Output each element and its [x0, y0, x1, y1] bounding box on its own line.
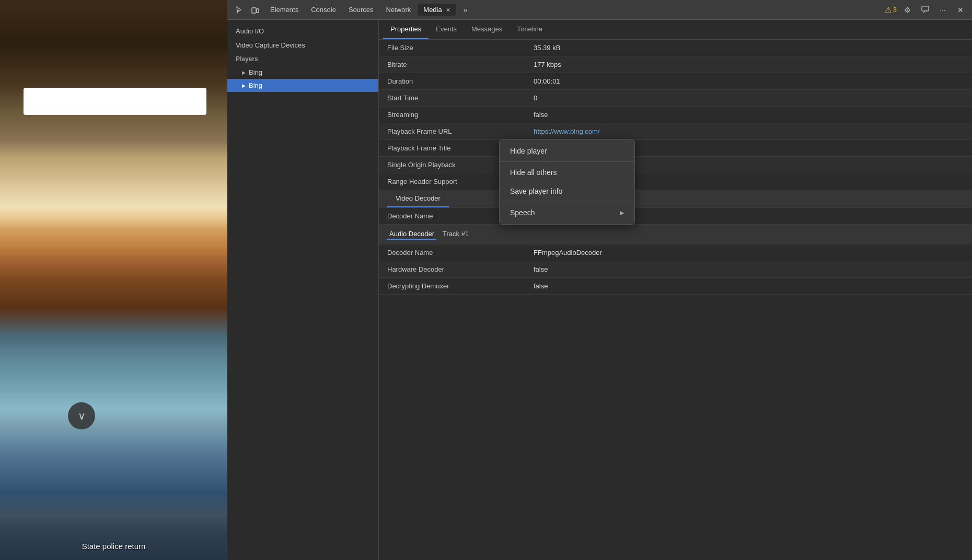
- prop-row-streaming: Streaming false: [379, 107, 972, 123]
- triangle-icon-2: ▶: [242, 83, 246, 88]
- content-tab-properties[interactable]: Properties: [383, 20, 429, 39]
- context-menu-separator-2: [500, 202, 634, 202]
- devtools-body: Audio I/O Video Capture Devices Players …: [227, 20, 972, 560]
- tab-console[interactable]: Console: [306, 4, 341, 16]
- webpage-area: rosoft Bing Images ··· ∨ State police re…: [0, 0, 227, 560]
- prop-row-range-header: Range Header Support true: [379, 173, 972, 190]
- tab-elements[interactable]: Elements: [265, 4, 304, 16]
- prop-row-single-origin: Single Origin Playback true: [379, 157, 972, 173]
- context-menu-save-player-info[interactable]: Save player info: [500, 182, 634, 201]
- prop-key-playback-url: Playback Frame URL: [379, 123, 525, 139]
- context-menu-hide-player[interactable]: Hide player: [500, 142, 634, 160]
- devtools-panel: Elements Console Sources Network Media ✕…: [227, 0, 972, 560]
- more-tabs-icon[interactable]: »: [458, 3, 472, 17]
- prop-key-file-size: File Size: [379, 40, 525, 56]
- prop-key-start-time: Start Time: [379, 90, 525, 106]
- tab-network[interactable]: Network: [381, 4, 416, 16]
- warning-count: 3: [893, 6, 897, 14]
- submenu-arrow-icon: ▶: [620, 209, 624, 216]
- context-menu: Hide player Hide all others Save player …: [499, 139, 635, 225]
- prop-value-playback-url: https://www.bing.com/: [525, 123, 608, 139]
- prop-row-duration: Duration 00:00:01: [379, 73, 972, 90]
- audio-decoder-section-header: Audio Decoder Track #1: [379, 225, 972, 244]
- svg-rect-1: [257, 9, 259, 13]
- prop-value-start-time: 0: [525, 90, 546, 106]
- warning-icon: ⚠: [885, 5, 892, 15]
- properties-table: File Size 35.39 kB Bitrate 177 kbps Dura…: [379, 40, 972, 295]
- prop-row-file-size: File Size 35.39 kB: [379, 40, 972, 56]
- content-tab-messages[interactable]: Messages: [464, 20, 510, 39]
- news-ticker: State police return: [0, 542, 227, 551]
- tab-sources[interactable]: Sources: [343, 4, 379, 16]
- settings-icon[interactable]: ⚙: [900, 3, 915, 17]
- video-decoder-section-header: Video Decoder: [379, 190, 972, 208]
- prop-value-file-size: 35.39 kB: [525, 40, 569, 56]
- sidebar-players-label: Players: [227, 52, 378, 66]
- prop-row-video-decoder-name: Decoder Name No Decoder: [379, 208, 972, 225]
- sidebar-item-video-capture[interactable]: Video Capture Devices: [227, 38, 378, 52]
- devtools-toolbar: Elements Console Sources Network Media ✕…: [227, 0, 972, 20]
- device-toggle-icon[interactable]: [248, 3, 263, 17]
- tab-media-close[interactable]: ✕: [446, 7, 450, 13]
- context-menu-speech[interactable]: Speech ▶: [500, 203, 634, 222]
- prop-row-start-time: Start Time 0: [379, 90, 972, 107]
- scroll-down-button[interactable]: ∨: [68, 402, 95, 429]
- prop-value-hardware-decoder: false: [525, 261, 556, 277]
- feedback-icon[interactable]: [918, 3, 932, 17]
- prop-key-decrypting-demuxer: Decrypting Demuxer: [379, 278, 525, 294]
- prop-key-streaming: Streaming: [379, 107, 525, 123]
- prop-value-audio-decoder-name: FFmpegAudioDecoder: [525, 244, 610, 261]
- prop-row-playback-url: Playback Frame URL https://www.bing.com/: [379, 123, 972, 140]
- prop-key-audio-decoder-name: Decoder Name: [379, 244, 525, 261]
- chevron-down-icon: ∨: [78, 410, 86, 422]
- prop-value-duration: 00:00:01: [525, 73, 569, 89]
- video-decoder-label: Video Decoder: [387, 190, 449, 207]
- toolbar-right: ⚠ 3 ⚙ ··· ✕: [885, 3, 968, 17]
- context-menu-separator-1: [500, 161, 634, 162]
- prop-row-hardware-decoder: Hardware Decoder false: [379, 261, 972, 278]
- prop-row-bitrate: Bitrate 177 kbps: [379, 56, 972, 73]
- sidebar-item-audio-io[interactable]: Audio I/O: [227, 24, 378, 38]
- content-tabs: Properties Events Messages Timeline: [379, 20, 972, 40]
- bing-search-bar[interactable]: [24, 88, 206, 115]
- cursor-icon[interactable]: [232, 3, 246, 17]
- more-options-icon[interactable]: ···: [935, 3, 950, 17]
- prop-key-bitrate: Bitrate: [379, 56, 525, 73]
- audio-decoder-label[interactable]: Audio Decoder: [387, 229, 436, 240]
- content-tab-timeline[interactable]: Timeline: [510, 20, 550, 39]
- sidebar-item-player-1[interactable]: ▶ Bing: [227, 66, 378, 79]
- svg-rect-0: [252, 8, 256, 13]
- context-menu-hide-all-others[interactable]: Hide all others: [500, 163, 634, 182]
- prop-key-duration: Duration: [379, 73, 525, 89]
- audio-decoder-track[interactable]: Track #1: [441, 229, 471, 240]
- sidebar-item-player-2[interactable]: ▶ Bing: [227, 79, 378, 92]
- content-tab-events[interactable]: Events: [429, 20, 464, 39]
- prop-row-audio-decoder-name: Decoder Name FFmpegAudioDecoder: [379, 244, 972, 261]
- close-devtools-icon[interactable]: ✕: [953, 3, 968, 17]
- triangle-icon-1: ▶: [242, 70, 246, 75]
- prop-value-decrypting-demuxer: false: [525, 278, 556, 294]
- prop-value-bitrate: 177 kbps: [525, 56, 570, 73]
- tab-media[interactable]: Media ✕: [418, 4, 456, 16]
- devtools-content[interactable]: Properties Events Messages Timeline: [379, 20, 972, 560]
- devtools-sidebar: Audio I/O Video Capture Devices Players …: [227, 20, 379, 560]
- prop-row-decrypting-demuxer: Decrypting Demuxer false: [379, 278, 972, 295]
- webpage-background: [0, 0, 227, 560]
- warning-badge[interactable]: ⚠ 3: [885, 5, 897, 15]
- prop-row-playback-title: Playback Frame Title Bing: [379, 140, 972, 157]
- prop-value-streaming: false: [525, 107, 556, 123]
- prop-key-hardware-decoder: Hardware Decoder: [379, 261, 525, 277]
- svg-rect-2: [922, 6, 929, 11]
